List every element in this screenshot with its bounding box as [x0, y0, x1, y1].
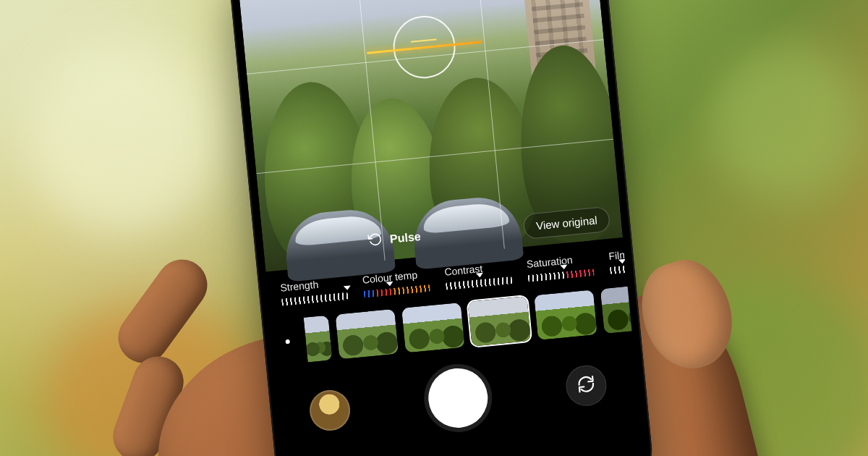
- gallery-button[interactable]: [308, 389, 352, 433]
- slider-ticks: [281, 292, 349, 306]
- slider-caret[interactable]: [476, 273, 484, 278]
- rotate-ccw-icon: [367, 232, 383, 250]
- camera-switch-icon: [576, 374, 597, 397]
- filter-thumbnail[interactable]: [600, 284, 645, 334]
- slider-track[interactable]: [610, 260, 627, 275]
- filter-preview: [534, 290, 597, 340]
- slider-strength[interactable]: Strength: [280, 276, 349, 307]
- filter-preview: [468, 296, 532, 347]
- shutter-button[interactable]: [426, 366, 490, 430]
- phone-frame: Pulse View original StrengthColour tempC…: [228, 0, 655, 456]
- slider-film-grain[interactable]: Film grain: [608, 244, 627, 275]
- filter-thumbnail[interactable]: [401, 303, 465, 353]
- slider-ticks: [527, 269, 595, 282]
- filter-preview: [600, 284, 645, 334]
- slider-caret[interactable]: [386, 282, 393, 287]
- switch-camera-button[interactable]: [564, 363, 608, 408]
- filter-preview: [401, 303, 465, 353]
- filter-thumbnail[interactable]: [534, 290, 597, 340]
- filter-thumbnail[interactable]: [335, 309, 399, 360]
- slider-caret[interactable]: [618, 259, 626, 264]
- filter-preview: [335, 309, 399, 360]
- slider-track[interactable]: [363, 284, 430, 299]
- slider-ticks: [446, 276, 513, 290]
- photo-scene: Pulse View original StrengthColour tempC…: [0, 0, 868, 456]
- slider-track[interactable]: [446, 276, 513, 291]
- slider-colour-temp[interactable]: Colour temp: [362, 268, 430, 299]
- filter-preview: [304, 316, 333, 363]
- filter-thumbnail[interactable]: [468, 296, 532, 347]
- slider-track[interactable]: [281, 292, 349, 307]
- slider-ticks: [364, 284, 431, 298]
- no-filter-dot[interactable]: [285, 339, 290, 345]
- view-original-label: View original: [535, 214, 597, 232]
- camera-viewfinder[interactable]: Pulse View original: [237, 0, 623, 272]
- slider-contrast[interactable]: Contrast: [444, 260, 513, 291]
- slider-caret[interactable]: [344, 286, 352, 291]
- phone-screen: Pulse View original StrengthColour tempC…: [237, 0, 645, 456]
- filter-thumbnail[interactable]: [304, 316, 333, 363]
- active-filter-name: Pulse: [389, 230, 421, 246]
- slider-saturation[interactable]: Saturation: [526, 252, 595, 283]
- slider-caret[interactable]: [560, 265, 568, 270]
- slider-track[interactable]: [527, 268, 595, 283]
